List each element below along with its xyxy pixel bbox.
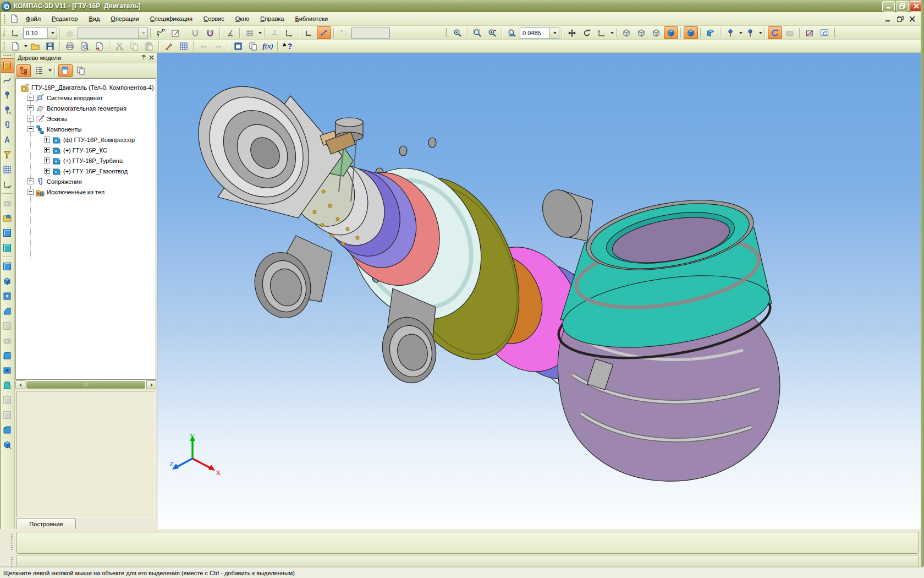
tree-row-csys[interactable]: Системы координат [16, 92, 156, 103]
undo-icon[interactable] [196, 40, 211, 53]
variables-icon[interactable]: f(x) [261, 40, 275, 53]
parameterization-button[interactable] [0, 177, 14, 192]
menu-file[interactable]: Файл [20, 14, 46, 24]
layers-icon[interactable] [63, 26, 77, 39]
tree-composition-icon[interactable] [32, 64, 46, 77]
child-restore-button[interactable] [897, 15, 904, 22]
snap-ghost-icon[interactable] [188, 26, 202, 39]
snaps-active-icon[interactable] [317, 26, 331, 39]
step-combo-arrow[interactable] [47, 28, 57, 38]
preview-icon[interactable] [78, 40, 92, 53]
step-icon[interactable] [8, 26, 23, 39]
paste-icon[interactable] [142, 40, 156, 53]
print-icon[interactable] [63, 40, 77, 53]
rotate-component-button[interactable] [0, 241, 14, 255]
menu-window[interactable]: Окно [230, 14, 255, 24]
edit-sketch-icon[interactable] [168, 26, 183, 39]
perspective-icon[interactable] [703, 26, 718, 39]
spatial-curves-button[interactable] [0, 73, 14, 88]
tree-row-excluded[interactable]: Исключенные из тел [16, 187, 156, 197]
ortho-icon[interactable] [302, 26, 316, 39]
chamfer-button[interactable] [0, 423, 14, 437]
save-icon[interactable] [43, 40, 57, 53]
points-button[interactable] [0, 103, 14, 117]
open-icon[interactable] [28, 40, 42, 53]
panel-grip[interactable] [3, 54, 12, 57]
expand-box[interactable] [44, 168, 50, 174]
menu-libraries[interactable]: Библиотеки [290, 14, 334, 24]
menu-view[interactable]: Вид [83, 14, 105, 24]
simplify-2-icon[interactable] [743, 26, 757, 39]
expand-box[interactable] [28, 178, 34, 184]
expand-box[interactable] [28, 116, 34, 122]
edit-model-button[interactable] [0, 58, 14, 73]
scroll-left-arrow[interactable] [15, 380, 25, 389]
tree-report-icon[interactable] [74, 64, 88, 77]
redo-icon[interactable] [211, 40, 226, 53]
step-combo[interactable]: 0.10 [23, 28, 57, 39]
rotate-icon[interactable] [580, 26, 594, 39]
toolbar-grip[interactable] [3, 28, 6, 37]
window-new-icon[interactable] [231, 40, 245, 53]
menu-service[interactable]: Сервис [198, 14, 230, 24]
viewport-3d[interactable]: Y X Z [157, 53, 921, 529]
menu-operations[interactable]: Операции [105, 14, 144, 24]
menu-specification[interactable]: Спецификация [145, 14, 198, 24]
new-icon[interactable] [8, 40, 23, 53]
angle-icon[interactable] [223, 26, 237, 39]
section-view-icon[interactable] [802, 26, 817, 39]
menu-edit[interactable]: Редактор [46, 14, 83, 24]
refresh-image-icon[interactable] [768, 26, 782, 39]
rebuild-icon[interactable] [783, 26, 797, 39]
tree-h-scrollbar[interactable] [15, 380, 156, 389]
shell-ghost-button[interactable] [0, 393, 14, 407]
scroll-right-arrow[interactable] [146, 380, 156, 389]
tree-row-sketches[interactable]: Эскизы [16, 113, 156, 124]
sketch-ghost-button[interactable] [0, 196, 14, 210]
view-toolbar-end-grip[interactable] [834, 28, 837, 37]
standard-grip[interactable] [3, 42, 6, 51]
message-bar-grip[interactable] [11, 557, 14, 566]
filter-button[interactable] [0, 148, 14, 162]
sheet-metal-ghost-button[interactable] [0, 319, 14, 333]
expand-box[interactable] [28, 105, 34, 111]
expand-box[interactable] [28, 189, 34, 195]
expand-box[interactable] [28, 95, 34, 101]
vertex-edit-icon[interactable] [153, 26, 168, 39]
view-toolbar-grip[interactable] [446, 28, 448, 37]
tree-root-row[interactable]: ГТУ-16Р_Двигатель (Тел-0, Компонентов-4) [16, 82, 156, 92]
task-link-icon[interactable] [246, 40, 260, 53]
insert-component-button[interactable] [0, 211, 14, 225]
copy-properties-icon[interactable] [162, 40, 176, 53]
rib-ghost-button[interactable] [0, 408, 14, 422]
wireframe-icon[interactable] [619, 26, 634, 39]
mates-button[interactable] [0, 118, 14, 132]
grid-dropdown[interactable] [258, 32, 262, 34]
revolve-button[interactable] [0, 274, 14, 288]
tree-row-ks[interactable]: (+) ГТУ-16Р_КС [16, 145, 156, 155]
hidden-lines-icon[interactable] [634, 26, 648, 39]
menu-grip[interactable] [4, 14, 7, 24]
child-minimize-button[interactable] [884, 15, 892, 22]
extrude-button[interactable] [0, 259, 14, 274]
tree-row-mates[interactable]: Сопряжения [16, 176, 156, 187]
copy-icon[interactable] [127, 40, 141, 53]
tree-composition-dropdown[interactable] [48, 69, 52, 72]
simplify-1-dropdown[interactable] [739, 32, 743, 34]
scroll-thumb[interactable] [26, 380, 146, 389]
property-bar-grip[interactable] [11, 533, 14, 551]
scale-combo[interactable]: 0.0485 [520, 28, 559, 39]
pan-icon[interactable] [565, 26, 579, 39]
tree-row-compressor[interactable]: (ф) ГТУ-16Р_Компрессор [16, 134, 156, 145]
tree-row-components[interactable]: Компоненты [16, 124, 156, 134]
new-dropdown[interactable] [24, 45, 28, 47]
surfaces-button[interactable] [0, 88, 14, 102]
cut-icon[interactable] [112, 40, 127, 53]
tree-additional-window-icon[interactable] [58, 64, 73, 77]
grid-icon[interactable] [243, 26, 257, 39]
tab-construction[interactable]: Построение [16, 518, 76, 529]
local-cs-icon[interactable] [267, 26, 282, 39]
hidden-thin-icon[interactable] [649, 26, 663, 39]
loft-button[interactable] [0, 289, 14, 303]
import-icon[interactable] [92, 40, 107, 53]
